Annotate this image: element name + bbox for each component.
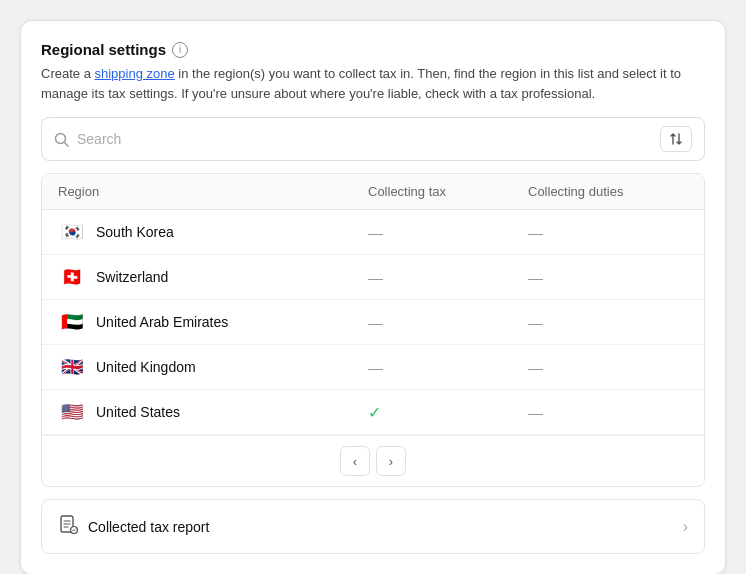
flag-switzerland: 🇨🇭 — [58, 267, 86, 287]
collecting-duties-value: — — [528, 224, 688, 241]
collecting-tax-check: ✓ — [368, 403, 528, 422]
collecting-duties-value: — — [528, 404, 688, 421]
country-cell: 🇺🇸 United States — [58, 402, 368, 422]
description-prefix: Create a — [41, 66, 94, 81]
sort-button[interactable] — [660, 126, 692, 152]
search-input[interactable] — [77, 131, 652, 147]
col-header-tax: Collecting tax — [368, 184, 528, 199]
page-title: Regional settings — [41, 41, 166, 58]
country-name: Switzerland — [96, 269, 168, 285]
col-header-region: Region — [58, 184, 368, 199]
col-header-duties: Collecting duties — [528, 184, 688, 199]
chevron-right-icon: › — [683, 518, 688, 536]
report-label: Collected tax report — [88, 519, 209, 535]
card-header: Regional settings i Create a shipping zo… — [41, 41, 705, 103]
collecting-tax-value: — — [368, 224, 528, 241]
regions-table: Region Collecting tax Collecting duties … — [41, 173, 705, 487]
search-bar — [41, 117, 705, 161]
title-row: Regional settings i — [41, 41, 705, 58]
flag-south-korea: 🇰🇷 — [58, 222, 86, 242]
search-icon — [54, 132, 69, 147]
description: Create a shipping zone in the region(s) … — [41, 64, 705, 103]
flag-uae: 🇦🇪 — [58, 312, 86, 332]
collecting-duties-value: — — [528, 359, 688, 376]
next-page-button[interactable]: › — [376, 446, 406, 476]
flag-us: 🇺🇸 — [58, 402, 86, 422]
collecting-duties-value: — — [528, 314, 688, 331]
country-cell: 🇬🇧 United Kingdom — [58, 357, 368, 377]
collecting-tax-value: — — [368, 359, 528, 376]
report-icon — [58, 514, 78, 539]
country-name: United Kingdom — [96, 359, 196, 375]
country-cell: 🇰🇷 South Korea — [58, 222, 368, 242]
svg-line-1 — [65, 142, 69, 146]
table-header: Region Collecting tax Collecting duties — [42, 174, 704, 210]
collecting-tax-value: — — [368, 314, 528, 331]
regional-settings-card: Regional settings i Create a shipping zo… — [20, 20, 726, 574]
collecting-duties-value: — — [528, 269, 688, 286]
table-row[interactable]: 🇰🇷 South Korea — — — [42, 210, 704, 255]
pagination: ‹ › — [42, 435, 704, 486]
country-name: United Arab Emirates — [96, 314, 228, 330]
sort-icon — [668, 131, 684, 147]
flag-uk: 🇬🇧 — [58, 357, 86, 377]
table-row[interactable]: 🇨🇭 Switzerland — — — [42, 255, 704, 300]
collecting-tax-value: — — [368, 269, 528, 286]
prev-page-button[interactable]: ‹ — [340, 446, 370, 476]
report-left: Collected tax report — [58, 514, 209, 539]
shipping-zone-link[interactable]: shipping zone — [94, 66, 174, 81]
table-row[interactable]: 🇬🇧 United Kingdom — — — [42, 345, 704, 390]
collected-tax-report-row[interactable]: Collected tax report › — [41, 499, 705, 554]
info-icon[interactable]: i — [172, 42, 188, 58]
table-row[interactable]: 🇺🇸 United States ✓ — — [42, 390, 704, 435]
tax-report-icon — [58, 514, 78, 534]
country-name: South Korea — [96, 224, 174, 240]
table-row[interactable]: 🇦🇪 United Arab Emirates — — — [42, 300, 704, 345]
country-cell: 🇨🇭 Switzerland — [58, 267, 368, 287]
country-cell: 🇦🇪 United Arab Emirates — [58, 312, 368, 332]
country-name: United States — [96, 404, 180, 420]
